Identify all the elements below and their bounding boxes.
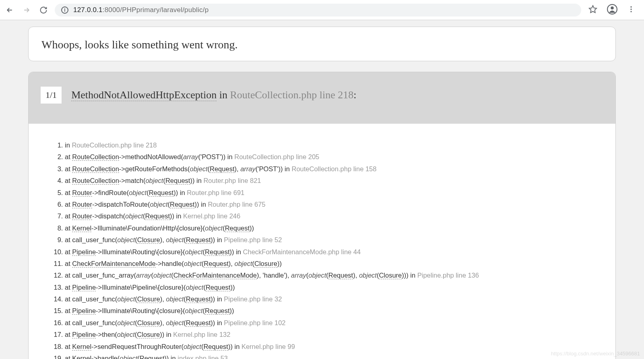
trace-item: at Router->dispatchToRoute(object(Reques…: [65, 199, 603, 210]
stack-trace: in RouteCollection.php line 218at RouteC…: [29, 124, 615, 359]
address-bar[interactable]: i 127.0.0.1:8000/PHPprimary/laravel/publ…: [55, 4, 581, 17]
forward-button[interactable]: [23, 6, 31, 14]
trace-item: at Kernel->sendRequestThroughRouter(obje…: [65, 341, 603, 352]
trace-item: at CheckForMaintenanceMode->handle(objec…: [65, 258, 603, 269]
back-button[interactable]: [6, 6, 14, 14]
trace-item: at call_user_func(object(Closure), objec…: [65, 234, 603, 245]
trace-item: at call_user_func(object(Closure), objec…: [65, 317, 603, 328]
error-box: 1/1 MethodNotAllowedHttpException in Rou…: [28, 72, 616, 359]
page-content: Whoops, looks like something went wrong.…: [0, 20, 644, 359]
trace-item: in RouteCollection.php line 218: [65, 140, 603, 150]
svg-point-2: [611, 6, 614, 9]
svg-point-3: [630, 6, 632, 7]
site-info-icon[interactable]: i: [61, 6, 68, 14]
trace-item: at Router->findRoute(object(Request)) in…: [65, 187, 603, 198]
error-counter: 1/1: [41, 87, 62, 104]
reload-button[interactable]: [39, 6, 47, 14]
error-header: 1/1 MethodNotAllowedHttpException in Rou…: [29, 72, 615, 124]
whoops-banner: Whoops, looks like something went wrong.: [28, 27, 616, 61]
error-file-ref: RouteCollection.php line 218: [230, 89, 353, 101]
trace-item: at RouteCollection->getRouteForMethods(o…: [65, 164, 603, 174]
trace-item: at RouteCollection->methodNotAllowed(arr…: [65, 151, 603, 162]
bookmark-star-icon[interactable]: [588, 5, 597, 15]
browser-toolbar: i 127.0.0.1:8000/PHPprimary/laravel/publ…: [0, 0, 644, 20]
colon: :: [353, 89, 356, 101]
svg-marker-0: [589, 5, 597, 12]
exception-name: MethodNotAllowedHttpException: [71, 89, 217, 101]
trace-item: at Pipeline->Illuminate\Routing\{closure…: [65, 305, 603, 316]
trace-item: at Kernel->handle(object(Request)) in in…: [65, 353, 603, 359]
trace-item: at Router->dispatch(object(Request)) in …: [65, 211, 603, 221]
trace-item: at Kernel->Illuminate\Foundation\Http\{c…: [65, 223, 603, 233]
trace-item: at call_user_func(object(Closure), objec…: [65, 294, 603, 304]
nav-icons: [6, 6, 47, 14]
whoops-title: Whoops, looks like something went wrong.: [41, 38, 603, 51]
account-icon[interactable]: [607, 4, 617, 16]
watermark: https://blog.csdn.net/weixin_34596681: [551, 351, 640, 357]
error-title: MethodNotAllowedHttpException in RouteCo…: [71, 89, 356, 101]
trace-item: at call_user_func_array(array(object(Che…: [65, 270, 603, 280]
trace-list: in RouteCollection.php line 218at RouteC…: [49, 140, 603, 359]
toolbar-right: [588, 4, 638, 16]
trace-item: at RouteCollection->match(object(Request…: [65, 175, 603, 186]
kebab-menu-icon[interactable]: [627, 5, 635, 15]
in-word: in: [217, 89, 230, 101]
trace-item: at Pipeline->then(object(Closure)) in Ke…: [65, 329, 603, 340]
svg-point-5: [630, 11, 632, 12]
trace-item: at Pipeline->Illuminate\Routing\{closure…: [65, 247, 603, 257]
trace-item: at Pipeline->Illuminate\Pipeline\{closur…: [65, 282, 603, 293]
url-text: 127.0.0.1:8000/PHPprimary/laravel/public…: [73, 6, 208, 14]
svg-point-4: [630, 8, 632, 10]
